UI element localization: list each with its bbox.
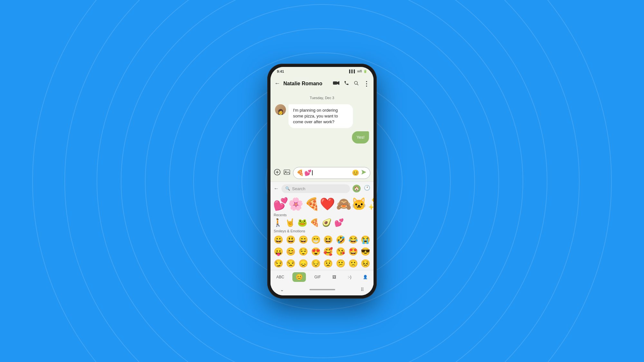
keyboard-tab-abc[interactable]: ABC (273, 273, 288, 281)
recents-row: 🚶 🤘 🐸 🍕 🥑 💕 (270, 218, 374, 228)
emoji-slightly-frowning[interactable]: 🙁 (347, 258, 359, 269)
contact-avatar: 👩‍⚕️ (275, 104, 286, 115)
input-area: 🍕 💕 😊 (270, 164, 374, 181)
emoji-confused[interactable]: 😕 (335, 258, 347, 269)
keyboard-tab-emoticon[interactable]: :-) (345, 273, 355, 281)
input-pizza-emoji: 🍕 (297, 169, 304, 176)
sent-message-row: Yes! (275, 131, 369, 144)
status-bar: 9:41 ▌▌▌ wifi 🔋 (270, 67, 374, 76)
emoji-pensive[interactable]: 😔 (310, 258, 322, 269)
phone-screen: 9:41 ▌▌▌ wifi 🔋 ← Natalie Romano (270, 67, 374, 295)
search-chat-icon[interactable] (354, 80, 359, 87)
emoji-recent-button[interactable]: 🕐 (364, 185, 370, 192)
emoji-star-struck[interactable]: 🤩 (347, 246, 359, 257)
input-heart-emoji: 💕 (304, 169, 311, 176)
sticker-4[interactable]: ✨🍕 (368, 197, 374, 211)
svg-marker-9 (362, 170, 366, 174)
emoji-smiley[interactable]: 😃 (285, 234, 297, 246)
emoji-worried[interactable]: 😟 (322, 258, 335, 269)
recents-label: Recents (270, 212, 374, 218)
header-icons: ⋮ (333, 80, 370, 88)
keyboard-tab-sticker[interactable]: 🖼 (329, 273, 339, 281)
search-icon: 🔍 (285, 186, 290, 191)
svg-marker-1 (337, 81, 339, 85)
emoji-picker-button[interactable]: 😊 (352, 169, 359, 176)
emoji-laughing[interactable]: 😆 (322, 234, 335, 246)
add-attachment-button[interactable] (274, 169, 281, 177)
emoji-search-bar: ← 🔍 Search 🏠 🕐 (270, 182, 374, 196)
recent-emoji-5[interactable]: 🥑 (322, 218, 332, 227)
emoji-joy[interactable]: 😂 (347, 234, 359, 246)
emoji-grid: 😀 😃 😄 😁 😆 🤣 😂 😭 😛 😊 😌 😍 🥰 😘 🤩 😎 😏 😒 😞 (270, 233, 374, 270)
emoji-back-button[interactable]: ← (274, 186, 279, 191)
keyboard-tab-gif[interactable]: GIF (311, 273, 324, 281)
keyboard-tab-emoji[interactable]: 😊 (292, 272, 306, 282)
sticker-3[interactable]: 🙈🐱 (336, 197, 366, 211)
emoji-home-button[interactable]: 🏠 (353, 185, 361, 192)
emoji-nav-buttons: 🏠 🕐 (353, 185, 370, 192)
message-input-content[interactable]: 🍕 💕 (297, 169, 350, 176)
emoji-relieved[interactable]: 😌 (297, 246, 309, 257)
recent-emoji-6[interactable]: 💕 (334, 218, 344, 227)
emoji-kissing-heart[interactable]: 😘 (335, 246, 347, 257)
emoji-grinning[interactable]: 😀 (272, 234, 285, 246)
emoji-winking[interactable]: 😛 (272, 246, 285, 257)
recent-emoji-3[interactable]: 🐸 (298, 218, 307, 227)
message-input-wrapper[interactable]: 🍕 💕 😊 (293, 167, 370, 179)
back-button[interactable]: ← (274, 80, 280, 87)
battery-icon: 🔋 (363, 70, 367, 73)
smileys-label: Smileys & Emotions (270, 228, 374, 233)
emoji-persevering[interactable]: 😣 (359, 258, 372, 269)
emoji-smirk[interactable]: 😏 (272, 258, 285, 269)
emoji-crying[interactable]: 😭 (359, 234, 372, 246)
emoji-disappointed[interactable]: 😞 (297, 258, 309, 269)
nav-apps-button[interactable]: ⠿ (361, 287, 364, 292)
received-message-row: 👩‍⚕️ I'm planning on ordering some pizza… (275, 104, 369, 128)
signal-icon: ▌▌▌ (349, 70, 356, 73)
send-button[interactable] (361, 169, 367, 177)
nav-back-button[interactable]: ⌄ (280, 287, 284, 292)
chat-area: Tuesday, Dec 3 👩‍⚕️ I'm planning on orde… (270, 91, 374, 164)
svg-point-2 (355, 81, 357, 84)
home-indicator[interactable] (309, 289, 335, 290)
recent-emoji-4[interactable]: 🍕 (310, 218, 319, 227)
text-cursor (312, 170, 313, 175)
chat-header: ← Natalie Romano (270, 76, 374, 91)
image-button[interactable] (283, 169, 290, 177)
emoji-smile[interactable]: 😄 (297, 234, 309, 246)
contact-name: Natalie Romano (283, 81, 330, 87)
emoji-loving[interactable]: 🥰 (322, 246, 335, 257)
received-bubble: I'm planning on ordering some pizza, you… (289, 104, 353, 128)
video-call-icon[interactable] (333, 81, 339, 87)
wifi-icon: wifi (357, 70, 362, 73)
emoji-unamused[interactable]: 😒 (285, 258, 297, 269)
keyboard-bottom-bar: ABC 😊 GIF 🖼 :-) 👤 (270, 270, 374, 284)
keyboard-tab-bitmoji[interactable]: 👤 (360, 273, 371, 281)
emoji-beaming[interactable]: 😁 (310, 234, 322, 246)
navigation-bar: ⌄ ⠿ (270, 284, 374, 295)
status-time: 9:41 (277, 70, 284, 73)
emoji-keyboard: ← 🔍 Search 🏠 🕐 💕🌸 🍕❤️ 🙈🐱 ✨🍕 🐢❤️ (270, 181, 374, 295)
more-options-icon[interactable]: ⋮ (363, 80, 370, 88)
phone-call-icon[interactable] (344, 80, 349, 87)
status-icons: ▌▌▌ wifi 🔋 (349, 70, 367, 73)
sticker-2[interactable]: 🍕❤️ (305, 197, 335, 211)
sent-bubble: Yes! (352, 131, 369, 144)
svg-rect-7 (284, 170, 290, 174)
recent-emoji-2[interactable]: 🤘 (285, 218, 295, 227)
svg-rect-0 (333, 81, 337, 85)
emoji-heart-eyes[interactable]: 😍 (310, 246, 322, 257)
phone-frame: 9:41 ▌▌▌ wifi 🔋 ← Natalie Romano (267, 64, 377, 299)
emoji-rofl[interactable]: 🤣 (335, 234, 347, 246)
search-placeholder: Search (292, 186, 305, 191)
date-label: Tuesday, Dec 3 (275, 96, 369, 100)
svg-line-3 (357, 84, 358, 85)
emoji-search-input[interactable]: 🔍 Search (281, 184, 350, 193)
recent-emoji-1[interactable]: 🚶 (273, 218, 283, 227)
sticker-1[interactable]: 💕🌸 (273, 197, 303, 211)
sticker-suggestions-row: 💕🌸 🍕❤️ 🙈🐱 ✨🍕 🐢❤️ (270, 196, 374, 212)
emoji-sunglasses[interactable]: 😎 (359, 246, 372, 257)
emoji-blush[interactable]: 😊 (285, 246, 297, 257)
